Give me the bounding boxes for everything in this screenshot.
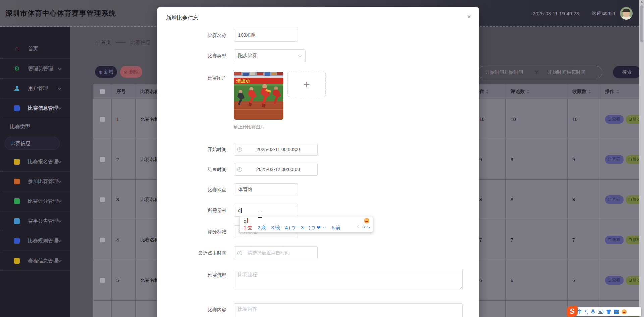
sidebar-item-score-mgmt[interactable]: 比赛评分管理 (0, 191, 70, 211)
cross-circle-icon: ⊗ (124, 69, 128, 75)
sort-icon[interactable] (616, 90, 619, 94)
emoji-icon[interactable] (622, 309, 627, 314)
breadcrumb-home[interactable]: 首页 (101, 39, 111, 46)
toolbox-icon[interactable] (614, 310, 619, 314)
match-type-select[interactable]: 跑步比赛 (234, 49, 306, 62)
ime-candidate[interactable]: 1去 (244, 225, 252, 231)
row-checkbox[interactable] (100, 197, 105, 202)
view-icon (608, 118, 611, 121)
modal-title: 新增比赛信息 (166, 15, 198, 22)
sidebar-item-label: 参加比赛管理 (28, 178, 58, 185)
scroll-up-arrow[interactable] (640, 1, 643, 3)
sogou-logo[interactable]: S (567, 305, 578, 317)
sort-icon[interactable] (588, 90, 591, 94)
end-time-value: 2025-03-12 00:00:00 (256, 167, 300, 172)
view-button[interactable]: 查看 (605, 276, 624, 285)
equipment-input[interactable] (234, 204, 298, 217)
ime-candidate[interactable]: 2亲 (257, 225, 266, 231)
sidebar-subitem-match-type[interactable]: 比赛类型 (0, 118, 70, 135)
sidebar-item-schedule-mgmt[interactable]: 赛程信息管理 (0, 251, 70, 271)
sidebar-item-label: 比赛报名管理 (28, 158, 58, 165)
sidebar-item-join-mgmt[interactable]: 参加比赛管理 (0, 172, 70, 191)
keyboard-icon[interactable] (598, 310, 603, 314)
match-info-icon (14, 105, 20, 111)
date-range-input[interactable]: 开始时间开始时间 至 开始时间结束时间 (478, 66, 602, 78)
view-icon (608, 158, 611, 161)
row-checkbox[interactable] (100, 278, 105, 283)
add-button[interactable]: ⊕新增 (95, 66, 117, 78)
add-match-modal: 新增比赛信息 × 比赛名称 比赛类型 跑步比赛 比赛图片 (157, 7, 479, 317)
cell-ops: 查看 修改 (600, 99, 644, 139)
ime-candidate[interactable]: 4(づ￣3￣)づ❤～ (285, 225, 327, 231)
schedule-icon (14, 258, 20, 264)
view-button[interactable]: 查看 (605, 155, 624, 164)
end-time-input[interactable]: 2025-03-12 00:00:00 (234, 163, 318, 176)
next-page-icon[interactable] (362, 225, 366, 229)
chevron-down-icon (58, 106, 61, 109)
cell-favorites: 8 (568, 180, 600, 220)
view-button[interactable]: 查看 (605, 236, 624, 244)
last-click-time-input[interactable]: 请选择最近点击时间 (234, 246, 318, 259)
sort-icon[interactable] (527, 90, 529, 94)
chevron-down-icon (58, 238, 61, 242)
cell-comments: 6 (506, 260, 568, 300)
col-ops[interactable]: 操作 (600, 84, 644, 99)
col-partial[interactable]: 隹 (475, 84, 506, 99)
col-comments[interactable]: 评论数 (506, 84, 568, 99)
start-time-input[interactable]: 2025-03-11 00:00:00 (234, 143, 318, 156)
prev-page-icon[interactable] (357, 225, 361, 229)
delete-button[interactable]: ⊗删除 (120, 66, 142, 78)
skin-icon[interactable] (606, 310, 611, 314)
search-button[interactable]: 搜索 (613, 66, 641, 78)
scrollbar[interactable] (639, 0, 644, 317)
chevron-down-icon (298, 53, 302, 57)
col-seq[interactable]: 序号 (112, 84, 136, 99)
cell-comments: 10 (506, 99, 568, 139)
sidebar-subitem-match-info[interactable]: 比赛信息 (0, 135, 70, 152)
cell-comments: 5 (506, 301, 568, 317)
row-checkbox[interactable] (100, 157, 105, 162)
expand-icon[interactable] (367, 225, 371, 229)
view-button[interactable]: 查看 (605, 195, 624, 204)
ime-candidate[interactable]: 3钱 (271, 225, 280, 231)
microphone-icon[interactable] (591, 309, 595, 314)
sidebar-item-match-info-mgmt[interactable]: 比赛信息管理 (0, 98, 70, 118)
app-title: 深圳市体育中心体育赛事管理系统 (5, 0, 116, 27)
match-name-input[interactable] (234, 29, 298, 42)
match-place-input[interactable] (234, 183, 298, 196)
cell-seq: 6 (112, 301, 136, 317)
sidebar-item-signup-mgmt[interactable]: 比赛报名管理 (0, 152, 70, 172)
active-subitem-pill: 比赛信息 (5, 137, 60, 150)
col-favorites[interactable]: 收藏数 (568, 84, 600, 99)
date-end-placeholder: 开始时间结束时间 (548, 69, 585, 75)
sidebar-item-admin-mgmt[interactable]: ⚙ 管理员管理 (0, 59, 70, 79)
close-icon[interactable]: × (467, 13, 471, 20)
sidebar-subitem-label: 比赛信息 (10, 140, 31, 147)
row-checkbox[interactable] (100, 238, 105, 242)
avatar[interactable] (620, 7, 633, 20)
field-label: 所需器材 (167, 204, 226, 217)
content-textarea[interactable] (234, 303, 463, 317)
uploaded-match-photo[interactable]: 满成功 (234, 72, 283, 120)
view-button[interactable]: 查看 (605, 115, 624, 124)
header-right: 2025-03-11 19:49:23 欢迎 admin (533, 0, 633, 27)
upload-add-button[interactable]: + (287, 72, 326, 97)
sidebar-item-label: 比赛规则管理 (28, 238, 58, 244)
text-caret (241, 208, 241, 213)
select-all-checkbox[interactable] (100, 89, 105, 94)
punctuation-toggle[interactable]: °, (585, 309, 588, 315)
chevron-down-icon (58, 258, 61, 262)
sidebar-item-notice-mgmt[interactable]: 赛事公告管理 (0, 211, 70, 231)
ime-emoji-icon[interactable] (364, 218, 369, 223)
sidebar-item-home[interactable]: ⌂ 首页 (0, 39, 70, 59)
ime-candidate[interactable]: 5前 (332, 225, 340, 231)
flow-textarea[interactable] (234, 269, 463, 290)
clock-icon (237, 251, 242, 256)
scrollbar-thumb[interactable] (640, 5, 643, 42)
sort-icon[interactable] (486, 90, 489, 94)
row-checkbox[interactable] (100, 117, 105, 122)
sidebar-item-user-mgmt[interactable]: 用户管理 (0, 79, 70, 98)
sidebar-item-rules-mgmt[interactable]: 比赛规则管理 (0, 231, 70, 251)
app-window: 深圳市体育中心体育赛事管理系统 2025-03-11 19:49:23 欢迎 a… (0, 0, 644, 317)
view-icon (608, 279, 611, 282)
